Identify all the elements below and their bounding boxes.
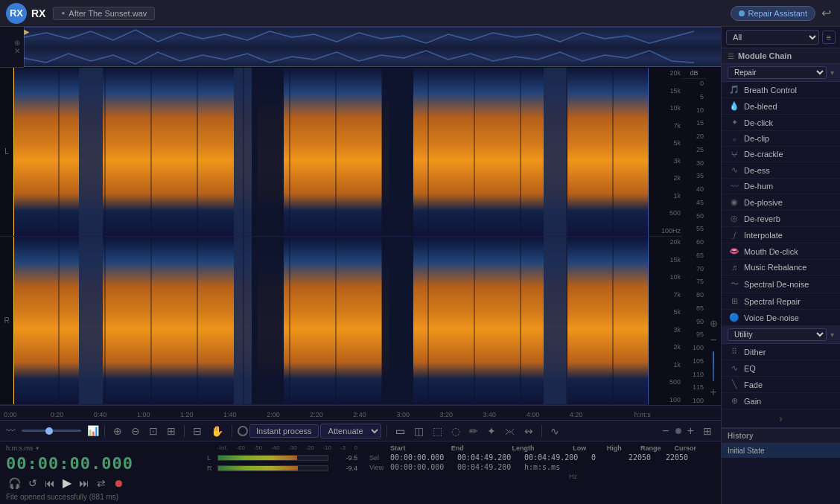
- freq-15k-bot: 15k: [650, 256, 681, 264]
- zoom-slider[interactable]: [22, 430, 81, 432]
- de-crackle-label: De-crackle: [744, 150, 783, 159]
- skip-back-button[interactable]: ⏮: [42, 476, 57, 490]
- gap-1: [252, 68, 284, 236]
- freq-15k-top: 15k: [650, 87, 681, 95]
- header-cursor: Cursor: [675, 444, 716, 452]
- instant-process-button[interactable]: Instant process: [249, 424, 319, 438]
- freq-100hz-top: 100Hz: [650, 227, 681, 235]
- plugin-item-spectral-repair[interactable]: ⊞ Spectral Repair: [722, 293, 840, 310]
- harmonic-tool-button[interactable]: ⩙: [502, 424, 518, 438]
- waveform-zoom-icon: 📊: [87, 425, 99, 436]
- waveform-overview[interactable]: ⊕ ✕ ▶: [0, 27, 721, 68]
- plugin-item-de-click[interactable]: ✦ De-click: [722, 115, 840, 131]
- db-90: 90: [684, 318, 704, 325]
- skip-forward-button[interactable]: ⏭: [77, 476, 92, 490]
- select-rect-button[interactable]: ▭: [392, 424, 408, 438]
- zoom-out-time-button[interactable]: −: [659, 423, 672, 439]
- envelope-button[interactable]: ∿: [547, 424, 562, 438]
- record-button[interactable]: ⏺: [111, 476, 126, 490]
- plugin-item-eq[interactable]: ∿ EQ: [722, 360, 840, 377]
- play-button[interactable]: ▶: [60, 475, 74, 491]
- process-mode-select[interactable]: Attenuate: [320, 424, 381, 438]
- plugin-item-music-rebalance[interactable]: ♬ Music Rebalance: [722, 260, 840, 275]
- plugin-item-spectral-de-noise[interactable]: 〜 Spectral De-noise: [722, 275, 840, 293]
- freq-3k-bot: 3k: [650, 326, 681, 334]
- expand-more-button[interactable]: ›: [779, 412, 783, 424]
- zoom-fit-all-button[interactable]: ⊞: [700, 424, 715, 438]
- history-item-initial[interactable]: Initial State: [722, 444, 840, 458]
- main-area: ⊕ ✕ ▶: [0, 27, 840, 504]
- module-chain-header[interactable]: ☰ Module Chain: [722, 48, 840, 64]
- zoom-freq-slider[interactable]: [713, 351, 714, 381]
- tick-20: 0:20: [51, 411, 64, 418]
- tick-40: -40: [271, 444, 280, 451]
- plugin-item-de-clip[interactable]: ⬦ De-clip: [722, 131, 840, 147]
- plugin-item-de-bleed[interactable]: 💧 De-bleed: [722, 98, 840, 115]
- brush-tool-button[interactable]: ✏: [466, 424, 481, 438]
- zoom-freq-in-button[interactable]: +: [710, 386, 716, 399]
- plugin-item-voice-de-noise[interactable]: 🔵 Voice De-noise: [722, 310, 840, 326]
- magic-wand-button[interactable]: ✦: [484, 424, 499, 438]
- toolbar-separator-2: [184, 425, 185, 437]
- zoom-freq-target-button[interactable]: ⊕: [710, 318, 718, 329]
- zoom-in-time-button[interactable]: +: [684, 423, 697, 439]
- spectrogram-overlay-r: [13, 237, 649, 405]
- back-button[interactable]: ↩: [818, 3, 834, 23]
- spectral-de-noise-icon: 〜: [729, 278, 739, 290]
- sel-range: 22050: [666, 453, 703, 462]
- utility-category-header[interactable]: Utility ▾: [722, 326, 840, 344]
- plugin-item-de-ess[interactable]: ∿ De-ess: [722, 162, 840, 179]
- zoom-out-button[interactable]: ⊖: [128, 424, 143, 438]
- pan-tool-button[interactable]: ✋: [208, 424, 226, 438]
- zoom-fit-button[interactable]: ⊡: [146, 424, 161, 438]
- headphone-button[interactable]: 🎧: [6, 476, 23, 490]
- channel-r-label: R: [0, 237, 13, 406]
- zoom-reset-button[interactable]: ⊟: [190, 424, 205, 438]
- spectrogram-channel-r[interactable]: [13, 237, 649, 406]
- loop-enable-button[interactable]: ⇄: [95, 476, 108, 490]
- repair-category-select[interactable]: Repair: [728, 66, 827, 79]
- utility-category-select[interactable]: Utility: [728, 328, 827, 341]
- view-end: 00:04:49.200: [457, 463, 524, 471]
- expand-more-row[interactable]: ›: [722, 409, 840, 428]
- plugin-item-interpolate[interactable]: 𝑓 Interpolate: [722, 227, 840, 243]
- zoom-freq-out-button[interactable]: −: [710, 334, 716, 347]
- plugin-item-de-crackle[interactable]: ⩝ De-crackle: [722, 147, 840, 162]
- plugin-item-de-reverb[interactable]: ◎ De-reverb: [722, 211, 840, 227]
- plugin-item-dither[interactable]: ⠿ Dither: [722, 344, 840, 360]
- bottom-toolbar: 〰 📊 ⊕ ⊖ ⊡ ⊞ ⊟ ✋ Instant process: [0, 420, 721, 441]
- view-start: 00:00:00.000: [390, 463, 457, 471]
- status-left: h:m:s.ms ▾ 00:00:00.000 🎧 ↺ ⏮ ▶ ⏭ ⇄ ⏺ Fi…: [0, 441, 201, 504]
- select-freq-button[interactable]: ⬚: [430, 424, 445, 438]
- plugin-item-de-plosive[interactable]: ◉ De-plosive: [722, 194, 840, 211]
- lasso-tool-button[interactable]: ◌: [448, 424, 463, 438]
- r-meter-value: -9.4: [331, 465, 357, 472]
- de-hum-label: De-hum: [744, 182, 773, 191]
- repair-assistant-button[interactable]: Repair Assistant: [731, 6, 815, 21]
- spectrogram-channel-l[interactable]: [13, 68, 649, 237]
- zoom-in-button[interactable]: ⊕: [110, 424, 125, 438]
- plugin-item-gain[interactable]: ⊕ Gain: [722, 393, 840, 409]
- plugin-item-breath-control[interactable]: 🎵 Breath Control: [722, 82, 840, 98]
- plugin-item-fade[interactable]: ╲ Fade: [722, 377, 840, 393]
- sel-end: 00:04:49.200: [457, 453, 524, 462]
- filter-menu-button[interactable]: ≡: [822, 31, 836, 44]
- spectrogram-main[interactable]: [13, 68, 649, 405]
- db-25: 25: [684, 146, 704, 153]
- db-80: 80: [684, 291, 704, 299]
- filter-select[interactable]: All: [726, 30, 819, 45]
- module-chain-icon: ☰: [728, 52, 734, 60]
- phase-button[interactable]: ↭: [521, 424, 536, 438]
- hz-label: Hz: [569, 473, 577, 480]
- de-ess-icon: ∿: [729, 165, 739, 175]
- transport-controls: 🎧 ↺ ⏮ ▶ ⏭ ⇄ ⏺: [6, 475, 195, 491]
- de-plosive-label: De-plosive: [744, 198, 783, 207]
- plugin-item-de-hum[interactable]: 〰 De-hum: [722, 179, 840, 194]
- repair-category-header[interactable]: Repair ▾: [722, 64, 840, 82]
- select-time-button[interactable]: ◫: [411, 424, 427, 438]
- plugin-item-mouth-de-click[interactable]: 👄 Mouth De-click: [722, 243, 840, 260]
- loop-button[interactable]: ↺: [26, 476, 39, 490]
- r-meter-label: R: [207, 465, 214, 472]
- file-tab[interactable]: ● After The Sunset.wav: [53, 7, 155, 20]
- zoom-selection-button[interactable]: ⊞: [164, 424, 179, 438]
